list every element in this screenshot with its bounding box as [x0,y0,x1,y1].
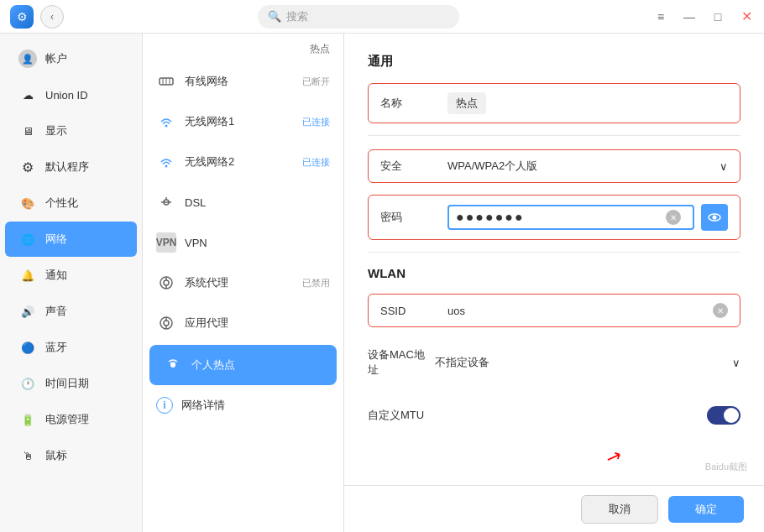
sidebar-item-bluetooth[interactable]: 🔵 蓝牙 [5,330,137,365]
ssid-value: uos [447,305,465,317]
right-panel: 通用 名称 热点 安全 WPA/WPA2个人版 ∨ 密码 ●●●●●●● ✕ [344,34,764,532]
mac-row: 设备MAC地址 不指定设备 ∨ [368,339,740,386]
password-clear-button[interactable]: ✕ [666,210,681,225]
datetime-icon: 🕐 [18,374,37,393]
menu-button[interactable]: ≡ [653,9,668,24]
close-button[interactable]: ✕ [739,9,754,24]
titlebar-left: ⚙ ‹ [10,5,64,29]
mtu-toggle[interactable] [707,406,740,425]
bluetooth-icon: 🔵 [18,338,37,357]
wifi1-label: 无线网络1 [185,114,234,129]
main-content: 👤 帐户 ☁ Union ID 🖥 显示 ⚙ 默认程序 🎨 个性化 🌐 网络 🔔… [0,34,764,532]
sidebar-item-network[interactable]: 🌐 网络 [5,222,137,257]
divider1 [368,135,740,136]
search-input-wrap[interactable]: 🔍 搜索 [258,5,459,29]
wired-icon [156,71,176,91]
mtu-label: 自定义MTU [368,408,435,423]
sidebar-item-sound[interactable]: 🔊 声音 [5,294,137,329]
minimize-button[interactable]: — [682,9,697,24]
svg-point-10 [164,280,169,285]
hotspot-label: 个人热点 [191,357,235,373]
display-icon: 🖥 [18,122,37,140]
detail-label: 网络详情 [181,398,225,413]
detail-icon: i [156,397,173,414]
security-label: 安全 [380,159,447,174]
sidebar-item-mouse[interactable]: 🖱 鼠标 [5,438,137,473]
sidebar-item-datetime[interactable]: 🕐 时间日期 [5,366,137,401]
personalize-icon: 🎨 [18,194,37,212]
wifi2-status: 已连接 [302,156,330,169]
confirm-button[interactable]: 确定 [668,496,744,523]
mouse-icon: 🖱 [18,446,37,465]
wlan-title: WLAN [368,266,740,280]
name-row: 名称 热点 [368,83,740,123]
toggle-knob [724,408,739,423]
titlebar-right: ≡ — □ ✕ [653,9,754,24]
dsl-icon [156,192,176,212]
vpn-icon: VPN [156,232,176,253]
middle-item-wired[interactable]: 有线网络 已断开 [143,61,343,102]
titlebar: ⚙ ‹ 🔍 搜索 ≡ — □ ✕ [0,0,764,34]
sidebar-item-label: 时间日期 [45,376,89,391]
bottom-bar: 取消 确定 [344,485,764,532]
sidebar-item-label: 鼠标 [45,448,67,463]
mac-select[interactable]: 不指定设备 ∨ [435,355,740,370]
svg-point-5 [165,165,168,168]
mtu-row: 自定义MTU [368,398,740,433]
middle-item-proxy[interactable]: 系统代理 已禁用 [143,263,343,303]
security-select[interactable]: WPA/WPA2个人版 ∨ [447,159,728,174]
hotspot-header-label: 热点 [310,42,330,56]
mac-label: 设备MAC地址 [368,347,435,378]
middle-panel: 热点 有线网络 已断开 无线网络1 [143,34,344,532]
vpn-label: VPN [185,237,207,249]
wired-status: 已断开 [302,76,330,88]
middle-item-wifi2[interactable]: 无线网络2 已连接 [143,142,343,182]
sidebar-item-account[interactable]: 👤 帐户 [5,41,137,76]
dsl-label: DSL [185,196,206,209]
sidebar-item-default-apps[interactable]: ⚙ 默认程序 [5,149,137,185]
sidebar-item-label: Union ID [45,89,88,102]
wifi1-status: 已连接 [302,116,330,128]
ssid-field: uos ✕ [447,303,728,318]
divider2 [368,252,740,253]
ssid-label: SSID [380,305,447,317]
ssid-clear-button[interactable]: ✕ [713,303,728,318]
search-icon: 🔍 [268,10,281,23]
proxy-label: 系统代理 [185,275,228,290]
sidebar: 👤 帐户 ☁ Union ID 🖥 显示 ⚙ 默认程序 🎨 个性化 🌐 网络 🔔… [0,34,143,532]
app-icon: ⚙ [10,5,34,29]
hotspot-icon [163,355,183,375]
default-apps-icon: ⚙ [18,158,37,176]
sidebar-item-label: 网络 [45,232,67,247]
app-proxy-icon [156,313,176,333]
sidebar-item-notification[interactable]: 🔔 通知 [5,258,137,293]
ssid-row: SSID uos ✕ [368,294,740,327]
sidebar-item-display[interactable]: 🖥 显示 [5,113,137,149]
sidebar-item-label: 默认程序 [45,159,89,175]
password-reveal-button[interactable] [701,204,728,231]
sidebar-item-union-id[interactable]: ☁ Union ID [5,77,137,112]
middle-item-wifi1[interactable]: 无线网络1 已连接 [143,102,343,142]
middle-item-app-proxy[interactable]: 应用代理 [143,303,343,343]
middle-item-vpn[interactable]: VPN VPN [143,222,343,263]
wired-label: 有线网络 [185,74,228,89]
union-id-icon: ☁ [18,86,37,104]
svg-point-19 [713,216,717,220]
middle-item-hotspot[interactable]: 个人热点 [149,345,337,385]
name-value[interactable]: 热点 [447,92,486,114]
middle-item-dsl[interactable]: DSL [143,182,343,222]
maximize-button[interactable]: □ [710,9,725,24]
sidebar-item-power[interactable]: 🔋 电源管理 [5,402,137,437]
middle-item-detail[interactable]: i 网络详情 [143,387,343,424]
sidebar-item-label: 帐户 [45,51,67,66]
back-button[interactable]: ‹ [40,5,64,29]
watermark: Baidu截图 [705,461,747,473]
general-title: 通用 [368,54,740,70]
proxy-icon [156,273,176,293]
sidebar-item-personalize[interactable]: 🎨 个性化 [5,185,137,221]
sidebar-item-label: 个性化 [45,196,78,211]
password-field[interactable]: ●●●●●●● ✕ [447,205,694,230]
cancel-button[interactable]: 取消 [581,495,658,524]
security-row: 安全 WPA/WPA2个人版 ∨ [368,149,740,183]
password-row: 密码 ●●●●●●● ✕ [368,195,740,240]
